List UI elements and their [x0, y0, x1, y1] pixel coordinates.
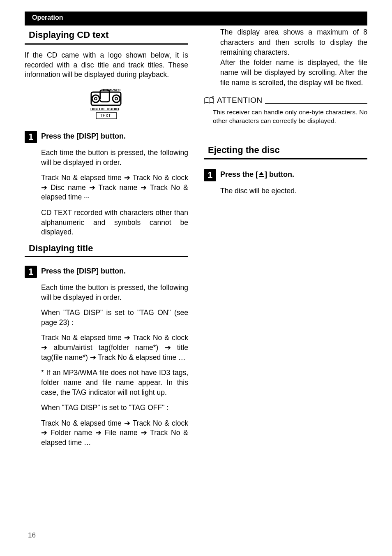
svg-point-4 [113, 95, 120, 102]
eject-head-suffix: ] button. [265, 170, 294, 178]
step-displaying-title: 1 Press the [DISP] button. [25, 266, 188, 278]
svg-rect-11 [259, 176, 264, 177]
title-p5: When "TAG DISP" is set to "TAG OFF" : [41, 403, 188, 413]
left-column: Displaying CD text If the CD came with a… [25, 26, 188, 454]
step-number: 1 [25, 266, 37, 278]
section-title-ejecting: Ejecting the disc [204, 145, 367, 155]
step-heading: Press the [DISP] button. [41, 131, 126, 141]
right-top-block: The display area shows a maximum of 8 ch… [220, 27, 367, 88]
section-rule [204, 158, 367, 160]
step-body-cd-text: Each time the button is pressed, the fol… [41, 148, 188, 237]
attention-header: ATTENTION [204, 96, 367, 105]
content-columns: Displaying CD text If the CD came with a… [25, 26, 367, 454]
header-bar: Operation [25, 12, 367, 25]
svg-text:DIGITAL AUDIO: DIGITAL AUDIO [90, 107, 119, 111]
section-title-displaying-title: Displaying title [25, 243, 188, 254]
eject-p1: The disc will be ejected. [220, 186, 367, 196]
section-rule [25, 43, 188, 45]
cd-text-logo: COMPACT DIGITAL AUDIO TEXT [25, 87, 188, 120]
svg-point-3 [95, 97, 97, 100]
attention-underline [265, 103, 367, 104]
page-number: 16 [28, 531, 36, 540]
step-eject: 1 Press the [] button. [204, 169, 367, 181]
cd-text-p1: Each time the button is pressed, the fol… [41, 148, 188, 167]
compact-disc-logo-icon: COMPACT DIGITAL AUDIO TEXT [88, 87, 125, 120]
right-top-para: The display area shows a maximum of 8 ch… [220, 27, 367, 88]
title-p3: Track No & elapsed time ➔ Track No & clo… [41, 333, 188, 362]
step-number: 1 [25, 131, 37, 143]
cd-text-p3: CD TEXT recorded with characters other t… [41, 208, 188, 237]
section-rule [25, 256, 188, 258]
svg-point-5 [115, 97, 118, 100]
attention-body: This receiver can handle only one-byte c… [213, 108, 367, 125]
title-p2: When "TAG DISP" is set to "TAG ON" (see … [41, 308, 188, 327]
title-p4: * If an MP3/WMA file does not have ID3 t… [41, 368, 188, 397]
right-column: The display area shows a maximum of 8 ch… [204, 26, 367, 454]
book-icon [204, 96, 214, 105]
header-category: Operation [32, 14, 63, 21]
section-title-cd-text: Displaying CD text [25, 30, 188, 40]
step-heading: Press the [DISP] button. [41, 266, 126, 276]
eject-head-prefix: Press the [ [220, 170, 258, 178]
step-body-displaying-title: Each time the button is pressed, the fol… [41, 283, 188, 448]
step-cd-text: 1 Press the [DISP] button. [25, 131, 188, 143]
step-heading-eject: Press the [] button. [220, 169, 294, 179]
svg-rect-1 [91, 92, 121, 105]
title-p1: Each time the button is pressed, the fol… [41, 283, 188, 302]
attention-end-rule [204, 133, 367, 133]
step-body-eject: The disc will be ejected. [220, 186, 367, 196]
svg-point-2 [92, 95, 99, 102]
cd-text-intro: If the CD came with a logo shown below, … [25, 51, 188, 80]
attention-label: ATTENTION [217, 96, 263, 105]
cd-text-p2: Track No & elapsed time ➔ Track No & clo… [41, 173, 188, 202]
svg-marker-10 [259, 172, 264, 175]
step-number: 1 [204, 169, 216, 181]
title-p6: Track No & elapsed time ➔ Track No & clo… [41, 419, 188, 448]
page: Operation Displaying CD text If the CD c… [0, 0, 392, 556]
eject-icon [258, 171, 265, 177]
svg-text:TEXT: TEXT [100, 114, 111, 118]
